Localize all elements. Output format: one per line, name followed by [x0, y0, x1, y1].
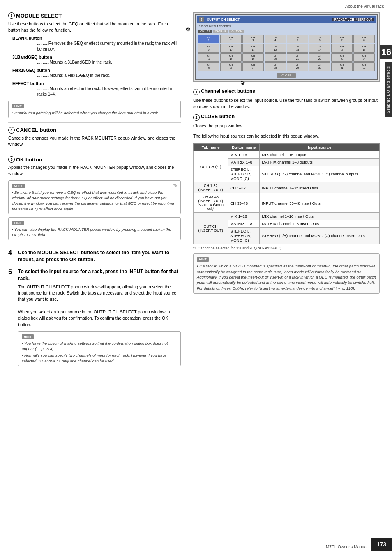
step-4-title: Use the MODULE SELECT buttons to select … — [18, 249, 181, 263]
ch-btn-23[interactable]: CH23 — [331, 53, 353, 62]
ch-btn-17[interactable]: CH17 — [198, 53, 219, 62]
ch-btn-1[interactable]: CH1 — [198, 35, 219, 43]
blank-button-label: BLANK button — [12, 36, 42, 41]
ch-btn-7[interactable]: CH7 — [331, 35, 353, 43]
step-5-num: 5 — [8, 268, 16, 276]
hint-box-3: HINT • You have the option of making set… — [18, 331, 181, 366]
channel-select-title: Channel select buttons — [201, 88, 255, 94]
ch-btn-25[interactable]: CH25 — [198, 62, 219, 71]
source-3: STEREO (L/R) channel and MONO (C) channe… — [260, 166, 380, 182]
hint-box-1: HINT • Input/output patching will be def… — [8, 101, 181, 118]
btn-name-6: MIX 1–16 — [228, 213, 260, 220]
31bandgeq-button-item: 31BandGEQ button ...........Mounts a 31B… — [12, 55, 181, 65]
col-header-tab: Tab name — [194, 144, 228, 151]
hint-label-2: HINT — [12, 221, 24, 225]
chapter-number: 16 — [380, 45, 392, 59]
table-footnote: *1 Cannot be selected for 31BandGEQ or F… — [193, 246, 380, 250]
cancel-button-section: 4 CANCEL button Cancels the changes you … — [8, 127, 181, 147]
cancel-button-title: CANCEL button — [16, 127, 56, 133]
circle-1: 1 — [193, 89, 200, 95]
tab-out-ch[interactable]: OUT CH — [229, 30, 244, 33]
tab-ch33-48[interactable]: CH33-48 — [213, 30, 228, 33]
close-button-title: CLOSE button — [201, 114, 235, 120]
note-label: NOTE — [12, 184, 25, 188]
tab-name-2: CH 1-32 (INSERT OUT) — [194, 182, 228, 193]
ch-btn-26[interactable]: CH26 — [220, 62, 242, 71]
step-5-title: To select the input source for a rack, p… — [18, 268, 181, 282]
note-box: NOTE ✎ • Be aware that if you remove a G… — [8, 180, 181, 214]
btn-name-8: STEREO L, STEREO R, MONO (C) — [228, 228, 260, 244]
main-content: 3 MODULE SELECT Use these buttons to sel… — [8, 12, 380, 539]
flex15geq-button-desc: ...........Mounts a Flex15GEQ in the rac… — [37, 73, 181, 78]
col-header-source: Input source — [260, 144, 380, 151]
ch-btn-3[interactable]: CH3 — [242, 35, 264, 43]
ch-btn-27[interactable]: CH27 — [242, 62, 264, 71]
ok-button-section: 5 OK button Applies the changes you made… — [8, 156, 181, 177]
ch-btn-32[interactable]: CH32 — [353, 62, 375, 71]
flex15geq-button-item: Flex15GEQ button ...........Mounts a Fle… — [12, 68, 181, 78]
divider-2 — [8, 152, 181, 152]
ch-btn-16[interactable]: CH16 — [353, 44, 375, 52]
right-column: ① ? OUTPUT CH SELECT [RACK1A] : CH INSER… — [193, 12, 380, 539]
hint-label-3: HINT — [22, 334, 34, 339]
ch-btn-30[interactable]: CH30 — [309, 62, 330, 71]
blank-button-item: BLANK button ..........Removes the GEQ o… — [12, 36, 181, 52]
close-button[interactable]: CLOSE — [277, 73, 296, 78]
page-brand: M7CL Owner's Manual — [326, 545, 367, 549]
module-select-title: MODULE SELECT — [16, 13, 62, 19]
31bandgeq-button-desc: ...........Mounts a 31BandGEQ in the rac… — [37, 60, 181, 65]
circle-5: 5 — [8, 156, 15, 163]
module-select-body: Use these buttons to select the GEQ or e… — [8, 21, 181, 33]
31bandgeq-button-label: 31BandGEQ button — [12, 55, 52, 60]
ch-btn-28[interactable]: CH28 — [265, 62, 286, 71]
ch-btn-14[interactable]: CH14 — [309, 44, 330, 52]
ch-btn-21[interactable]: CH21 — [287, 53, 308, 62]
ok-button-body: Applies the changes you made in the RACK… — [8, 164, 181, 177]
popup-image-inner: ? OUTPUT CH SELECT [RACK1A] : CH INSERT … — [195, 14, 378, 80]
ch-btn-8[interactable]: CH8 — [353, 35, 375, 43]
ch-btn-15[interactable]: CH15 — [331, 44, 353, 52]
ch-grid: CH1 CH2 CH3 CH4 CH5 CH6 CH7 CH8 CH9 CH10… — [197, 34, 376, 72]
hint-text-big: • If a rack in which a GEQ is mounted is… — [197, 263, 376, 290]
ch-btn-5[interactable]: CH5 — [287, 35, 308, 43]
ch-btn-13[interactable]: CH13 — [287, 44, 308, 52]
ch-btn-11[interactable]: CH11 — [242, 44, 264, 52]
ch-btn-24[interactable]: CH24 — [353, 53, 375, 62]
ch-btn-12[interactable]: CH12 — [265, 44, 286, 52]
source-4: INPUT channel 1–32 Insert Outs — [260, 182, 380, 193]
ch-btn-29[interactable]: CH29 — [287, 62, 308, 71]
hint-text-1: • Input/output patching will be defeated… — [12, 110, 177, 115]
ch-btn-20[interactable]: CH20 — [265, 53, 286, 62]
btn-name-7: MATRIX 1–8 — [228, 220, 260, 228]
step-5-desc2: When you select an input source in the O… — [18, 309, 181, 328]
ok-button-title: OK button — [16, 157, 42, 163]
effect-button-desc: ...........Mounts an effect in the rack.… — [37, 86, 181, 97]
btn-name-5: CH 33–48 — [228, 193, 260, 213]
circle-3: 3 — [8, 12, 15, 19]
ch-btn-9[interactable]: CH9 — [198, 44, 219, 52]
module-select-section: 3 MODULE SELECT Use these buttons to sel… — [8, 12, 181, 118]
effect-button-label: EFFECT button — [12, 81, 44, 86]
popup-question-icon: ? — [199, 17, 204, 22]
ch-btn-2[interactable]: CH2 — [220, 35, 242, 43]
popup-header-text: OUTPUT CH SELECT — [207, 18, 240, 21]
ch-btn-18[interactable]: CH18 — [220, 53, 242, 62]
hint-text-3a: • You have the option of making settings… — [22, 341, 177, 352]
module-select-header: 3 MODULE SELECT — [8, 12, 181, 19]
ch-btn-10[interactable]: CH10 — [220, 44, 242, 52]
popup-image: ? OUTPUT CH SELECT [RACK1A] : CH INSERT … — [193, 12, 380, 82]
chapter-tab: Graphic EQ and effects — [385, 62, 392, 117]
tab-name-3: CH 33-48 (INSERT OUT) (M7CL-48/48ES only… — [194, 193, 228, 213]
step-5: 5 To select the input source for a rack,… — [8, 268, 181, 369]
step-4-num: 4 — [8, 249, 16, 257]
popup-sub-label: Select output channel. — [197, 23, 376, 29]
ch-btn-4[interactable]: CH4 — [265, 35, 286, 43]
ch-btn-22[interactable]: CH22 — [309, 53, 330, 62]
channel-select-section: 1 Channel select buttons Use these butto… — [193, 88, 380, 110]
ch-btn-31[interactable]: CH31 — [331, 62, 353, 71]
btn-name-4: CH 1–32 — [228, 182, 260, 193]
ch-btn-19[interactable]: CH19 — [242, 53, 264, 62]
ch-btn-6[interactable]: CH6 — [309, 35, 330, 43]
tab-ch1-32[interactable]: CH1-32 — [198, 30, 212, 33]
callout-2: ② — [240, 80, 245, 86]
